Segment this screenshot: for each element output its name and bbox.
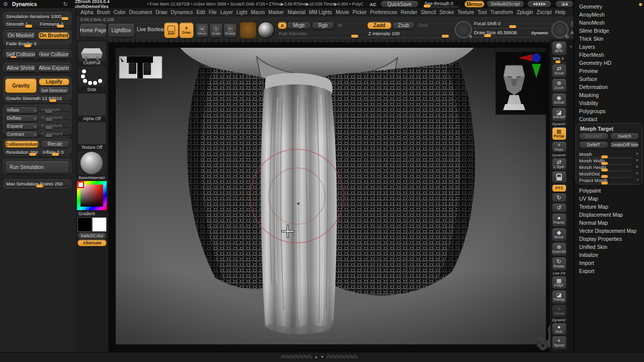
- zadd-button[interactable]: Zadd: [367, 22, 391, 29]
- subpalette-layers[interactable]: Layers: [574, 43, 644, 51]
- transp-button[interactable]: ◪Transp: [552, 290, 567, 304]
- lsym-button[interactable]: ⇄L.Sym: [552, 158, 567, 170]
- slider-knob[interactable]: [24, 44, 31, 47]
- menu-light[interactable]: Light: [236, 10, 248, 15]
- menu-transform[interactable]: Transform: [490, 10, 513, 15]
- alternate-button[interactable]: Alternate: [77, 239, 107, 246]
- xpose-button[interactable]: +Xpose: [552, 336, 567, 349]
- secondary-color-swatch[interactable]: [92, 217, 107, 232]
- on-brushed-button[interactable]: On Brushed: [38, 32, 69, 39]
- tray-hatch-right[interactable]: [327, 355, 358, 358]
- home-page-button[interactable]: Home Page: [79, 23, 107, 37]
- slider-knob[interactable]: [45, 118, 52, 121]
- slider-knob[interactable]: [601, 182, 608, 185]
- subpalette-surface[interactable]: Surface: [574, 75, 644, 83]
- slider-knob[interactable]: [45, 126, 52, 129]
- slider-knob[interactable]: [57, 25, 64, 28]
- brush-preview-button[interactable]: [239, 22, 257, 39]
- subpalette-arraymesh[interactable]: ArrayMesh: [574, 11, 644, 19]
- morph-slider[interactable]: Morph≋: [579, 152, 639, 158]
- fade-border-slider[interactable]: Fade Border 6: [5, 41, 69, 47]
- slider-knob[interactable]: [29, 153, 36, 156]
- subpalette-uv-map[interactable]: UV Map: [574, 195, 644, 203]
- menu-tool[interactable]: Tool: [477, 10, 487, 15]
- m-label[interactable]: M: [338, 22, 342, 28]
- floor-button[interactable]: ≡Floor: [552, 141, 567, 152]
- menu-color[interactable]: Color: [114, 10, 126, 15]
- morph-height-slider[interactable]: Morph Height≋: [579, 165, 639, 171]
- material-button[interactable]: [78, 151, 106, 175]
- stamp-icons[interactable]: ◪◪: [555, 1, 574, 8]
- subpalette-deformation[interactable]: Deformation: [574, 83, 644, 91]
- menu-zplugin[interactable]: Zplugin: [517, 10, 533, 15]
- morph-width-slider[interactable]: Morph Width≋: [579, 158, 639, 165]
- alpha-off-button[interactable]: [78, 94, 106, 116]
- slider-knob[interactable]: [11, 56, 17, 58]
- slider-knob[interactable]: [351, 35, 358, 38]
- subpalette-import[interactable]: Import: [574, 259, 644, 267]
- gravity-button[interactable]: Gravity: [5, 78, 37, 93]
- menu-picker[interactable]: Picker: [353, 10, 367, 15]
- slider-knob[interactable]: [45, 110, 52, 113]
- menu-document[interactable]: Document: [129, 10, 152, 15]
- floor-collision-button[interactable]: Floor Collision: [38, 51, 69, 58]
- menu-movie[interactable]: Movie: [336, 10, 349, 15]
- rotate-button[interactable]: R Rotate: [223, 23, 237, 38]
- menu-help[interactable]: Help: [555, 10, 566, 15]
- main-color-swatch[interactable]: [77, 217, 92, 232]
- subpalette-masking[interactable]: Masking: [574, 91, 644, 99]
- inflate-value-slider[interactable]: Inflate 0.3: [42, 149, 69, 155]
- aahalf-button[interactable]: ◪AAHalf: [552, 108, 567, 121]
- menu-material[interactable]: Material: [287, 10, 305, 15]
- subpalette-vector-displacement-map[interactable]: Vector Displacement Map: [574, 227, 644, 235]
- inflate-button[interactable]: Inflate≋: [5, 107, 38, 114]
- menu-draw[interactable]: Draw: [155, 10, 167, 15]
- storemt-button[interactable]: StoreMT: [579, 133, 608, 140]
- color-picker[interactable]: [77, 181, 107, 210]
- draw-button[interactable]: + Draw: [179, 22, 194, 38]
- see-through-slider[interactable]: See-through 0: [424, 1, 460, 7]
- slider-knob[interactable]: [509, 25, 516, 28]
- subpalette-initialize[interactable]: Initialize: [574, 251, 644, 259]
- zsub-button[interactable]: Zsub: [392, 22, 415, 29]
- d-amount-slider[interactable]: D Amount: [40, 115, 69, 121]
- viewport[interactable]: [108, 39, 549, 352]
- xyz-button[interactable]: XYZ: [552, 184, 567, 192]
- firmness-slider[interactable]: Firmness 2: [39, 21, 69, 27]
- rotate3d-button[interactable]: ↻Rotate: [552, 257, 567, 270]
- rgb-button[interactable]: Rgb: [312, 22, 334, 29]
- menu-marker[interactable]: Marker: [268, 10, 284, 15]
- stroke-dial[interactable]: S: [455, 21, 472, 38]
- subpalette-contact[interactable]: Contact: [574, 115, 644, 123]
- spin-ccw-button[interactable]: ↺: [552, 203, 567, 212]
- on-masked-button[interactable]: On Masked: [5, 32, 36, 39]
- deflate-button[interactable]: Deflate≋: [5, 115, 38, 122]
- slider-knob[interactable]: [49, 99, 56, 102]
- move3d-button[interactable]: ◆Move: [552, 228, 567, 241]
- switch-button[interactable]: Switch: [610, 133, 639, 140]
- gear-icon[interactable]: ⚙: [3, 1, 8, 8]
- tray-down-icon[interactable]: ▼: [320, 355, 324, 358]
- subpalette-geometry[interactable]: Geometry: [574, 3, 644, 11]
- subpalette-visibility[interactable]: Visibility: [574, 99, 644, 107]
- subpalette-morph-target[interactable]: Morph Target: [579, 125, 639, 132]
- simulation-iterations-slider[interactable]: Simulation Iterations 1000: [5, 14, 69, 20]
- subpalette-polygroups[interactable]: Polygroups: [574, 107, 644, 115]
- mrgb-button[interactable]: Mrgb: [287, 22, 311, 29]
- slider-knob[interactable]: [484, 34, 491, 37]
- menu-brush[interactable]: Brush: [97, 10, 110, 15]
- scroll-button[interactable]: ⇄Scroll: [552, 64, 567, 77]
- live-boolean-label[interactable]: Live Boolean: [137, 27, 166, 32]
- tray-handle[interactable]: ▲ ▼: [281, 355, 358, 358]
- subpalette-displacement-map[interactable]: Displacement Map: [574, 211, 644, 219]
- run-simulation-button[interactable]: Run Simulation: [5, 160, 69, 173]
- collision-volume-button[interactable]: CollisionVolum: [5, 140, 39, 148]
- clothpull-brush-button[interactable]: [78, 41, 106, 61]
- persp-button[interactable]: ▦Persp: [552, 127, 567, 140]
- subpalette-fibermesh[interactable]: FiberMesh: [574, 51, 644, 59]
- refresh-icon[interactable]: ↻: [63, 1, 67, 8]
- menu-alpha[interactable]: Alpha: [80, 10, 94, 15]
- dynamic-label[interactable]: Dynamic: [531, 31, 548, 35]
- slider-knob[interactable]: [424, 5, 431, 8]
- e-amount-slider[interactable]: E Amount: [40, 123, 69, 129]
